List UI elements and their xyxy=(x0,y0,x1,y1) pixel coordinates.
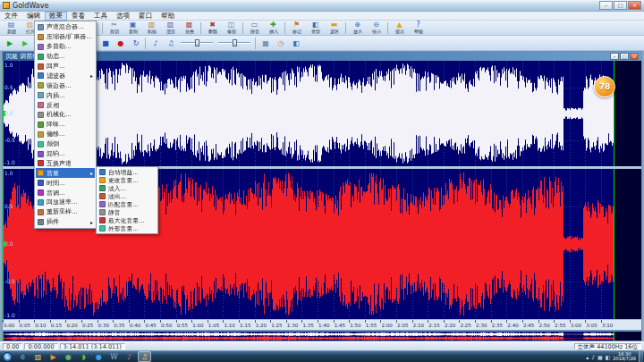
effects-menu-item-14[interactable]: 互换声道 xyxy=(36,158,95,168)
paste-button[interactable]: ▥粘贴 xyxy=(142,21,161,35)
mute-button[interactable]: ▭静音 xyxy=(245,21,264,35)
document-title-bar[interactable]: 贝延 训前教育 – □ × xyxy=(3,52,641,61)
insert-button[interactable]: ✚插入 xyxy=(264,21,283,35)
balance-slider-thumb[interactable] xyxy=(233,39,237,46)
start-button[interactable]: ⊞ xyxy=(3,352,13,362)
volume-slider[interactable] xyxy=(181,38,213,48)
effects-menu-item-icon xyxy=(38,34,44,40)
menu-item-2[interactable]: 效果 xyxy=(45,12,67,21)
taskbar-office[interactable]: W xyxy=(107,351,121,362)
zoom-in-button[interactable]: ⊕放大 xyxy=(348,21,367,35)
effects-menu-item-13[interactable]: 混响... xyxy=(36,149,95,159)
effects-menu-item-9[interactable]: 机械化... xyxy=(36,110,95,120)
taskbar-media-player[interactable]: ▶ xyxy=(47,351,60,362)
hint-button[interactable]: ▲提示 xyxy=(390,21,409,35)
time-tick-label: 1:00 xyxy=(192,323,203,328)
marker-button[interactable]: ⚑标记 xyxy=(287,21,306,35)
effects-menu-item-11[interactable]: 偏移... xyxy=(36,130,95,139)
effects-menu-item-3[interactable]: 动态... xyxy=(36,52,95,62)
effects-menu-item-10[interactable]: 降噪... xyxy=(36,120,95,130)
tray-icon-1[interactable]: ♪ xyxy=(591,354,595,360)
floating-badge[interactable]: 78 xyxy=(594,76,615,97)
doc-maximize-button[interactable]: □ xyxy=(620,53,629,60)
overview-strip[interactable] xyxy=(2,331,642,341)
tray-icon-3[interactable]: ◧ xyxy=(606,354,611,360)
volume-submenu-item-1[interactable]: 更改音量... xyxy=(97,176,157,184)
stop-button[interactable]: ■ xyxy=(97,37,113,49)
replace-button[interactable]: ▩替换 xyxy=(180,21,199,35)
trim-button[interactable]: ◫修剪 xyxy=(222,21,241,35)
show-desktop-button[interactable] xyxy=(639,351,643,362)
play-button[interactable]: ▶ xyxy=(2,37,17,49)
delete-button[interactable]: ✖删除 xyxy=(203,21,222,35)
effects-menu-item-15[interactable]: 音量▸ xyxy=(36,168,95,178)
menu-item-7[interactable]: 帮助 xyxy=(157,12,179,21)
effects-menu-item-1[interactable]: 压缩器/扩展器... xyxy=(36,32,95,42)
effects-menu-item-0[interactable]: 声道混合器... xyxy=(36,22,95,32)
monitor-speaker-button[interactable]: ♪ xyxy=(148,37,163,49)
volume-slider-thumb[interactable] xyxy=(195,39,199,46)
volume-submenu-item-2[interactable]: 淡入... xyxy=(97,184,157,192)
time-tick-label: 2:25 xyxy=(460,323,470,328)
volume-submenu-item-4[interactable]: 匹配音量... xyxy=(97,200,157,208)
minimize-button[interactable]: – xyxy=(599,1,613,10)
visual-properties-button[interactable]: ◧ xyxy=(288,37,303,49)
taskbar-clock[interactable]: 16:30 2018/7/28 xyxy=(613,352,636,362)
effects-menu-item-4[interactable]: 回声... xyxy=(36,62,95,72)
loop-button[interactable]: ↻ xyxy=(128,37,143,49)
copy-button[interactable]: ▣复制 xyxy=(123,21,142,35)
cut-button[interactable]: ✂剪切 xyxy=(105,21,123,35)
effects-menu-item-12[interactable]: 颠倒 xyxy=(36,139,95,149)
waveform-left-channel[interactable] xyxy=(3,61,641,166)
effects-menu-item-19[interactable]: 重新采样... xyxy=(36,207,95,217)
effects-menu-item-8[interactable]: 反相 xyxy=(36,100,95,110)
taskbar-file-explorer[interactable]: ▨ xyxy=(31,351,45,362)
tray-icon-2[interactable]: ▦ xyxy=(597,354,603,360)
doc-close-button[interactable]: × xyxy=(630,53,639,60)
effects-menu-item-5[interactable]: 滤波器▸ xyxy=(36,71,95,80)
menu-item-0[interactable]: 文件 xyxy=(0,12,22,21)
doc-minimize-button[interactable]: – xyxy=(610,53,619,60)
effects-menu-item-17[interactable]: 音调... xyxy=(36,188,95,198)
maximize-button[interactable]: □ xyxy=(614,1,627,10)
menu-item-6[interactable]: 窗口 xyxy=(134,12,157,21)
taskbar-goldwave[interactable]: ♫ xyxy=(138,351,151,362)
play-selection-button[interactable]: ▶ xyxy=(17,37,32,49)
effects-menu-item-6[interactable]: 镶边器... xyxy=(36,80,95,90)
selection-button[interactable]: ▬选区 xyxy=(325,21,343,35)
zoom-out-button[interactable]: ⊖缩小 xyxy=(367,21,386,35)
new-button[interactable]: ▤新建 xyxy=(2,21,21,35)
effects-menu-item-7[interactable]: 内插... xyxy=(36,90,95,100)
taskbar-qq[interactable]: ● xyxy=(92,351,106,362)
effects-menu-item-16[interactable]: 时间... xyxy=(36,178,95,188)
menu-item-1[interactable]: 编辑 xyxy=(22,12,45,21)
record-button[interactable]: ● xyxy=(113,37,128,49)
tray-icon-0[interactable]: ▴ xyxy=(586,354,589,360)
time-tick-label: 1:40 xyxy=(318,323,329,328)
overview-waveform[interactable] xyxy=(3,332,641,341)
taskbar-music[interactable]: ♪ xyxy=(123,351,136,362)
goldwave-icon: ♫ xyxy=(141,353,148,361)
menu-item-3[interactable]: 查看 xyxy=(67,12,89,21)
taskbar-internet-explorer[interactable]: e xyxy=(16,351,30,362)
status-field-0: 0.00 xyxy=(3,343,22,349)
effects-menu-item-icon xyxy=(38,160,44,166)
effects-menu-item-2[interactable]: 多普勒... xyxy=(36,42,95,52)
effects-menu-item-20[interactable]: 插件▸ xyxy=(36,217,95,227)
close-button[interactable]: × xyxy=(628,1,641,10)
balance-slider[interactable] xyxy=(218,38,250,48)
mix-button[interactable]: ▧混音 xyxy=(161,21,180,35)
taskbar-wechat[interactable]: ◗ xyxy=(77,351,90,362)
help-button[interactable]: ?帮助 xyxy=(409,21,428,35)
monitor-mic-button[interactable]: ♫ xyxy=(163,37,178,49)
menu-item-label: 反相 xyxy=(47,101,59,110)
volume-submenu-item-7[interactable]: 外形音量... xyxy=(97,224,157,232)
taskbar-browser[interactable]: ● xyxy=(62,351,75,362)
timer-button[interactable]: ◷ xyxy=(273,37,288,49)
select-all-button[interactable]: ◧全部 xyxy=(306,21,325,35)
effects-menu-item-18[interactable]: 回放速率... xyxy=(36,198,95,207)
time-tick-label: 0:50 xyxy=(161,323,172,328)
menu-item-4[interactable]: 工具 xyxy=(89,12,112,21)
menu-item-5[interactable]: 选项 xyxy=(112,12,134,21)
device-controls-button[interactable]: ▦ xyxy=(258,37,273,49)
